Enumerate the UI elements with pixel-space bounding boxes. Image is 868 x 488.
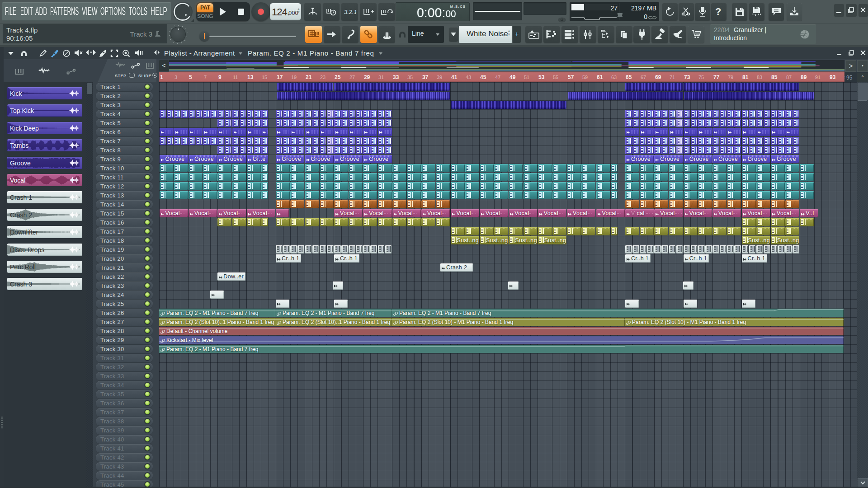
svg-text:?: ?	[715, 6, 721, 17]
svg-text:3.2.1: 3.2.1	[344, 9, 356, 15]
